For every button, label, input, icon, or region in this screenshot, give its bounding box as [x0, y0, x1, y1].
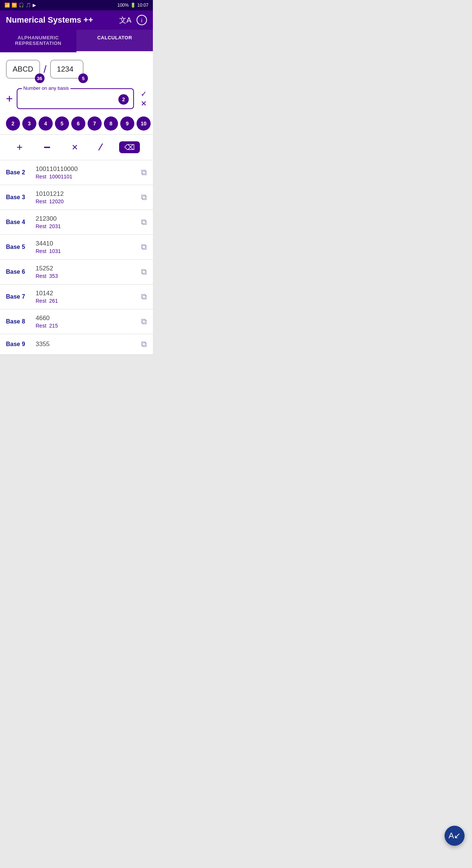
base-pill-6[interactable]: 6: [71, 116, 85, 131]
base-pill-3[interactable]: 3: [22, 116, 36, 131]
result-values-3: 10101212 Rest 12020: [36, 190, 137, 204]
copy-button-8[interactable]: ⧉: [141, 317, 147, 326]
translate-icon[interactable]: 文A: [119, 15, 131, 25]
base-pill-5[interactable]: 5: [55, 116, 69, 131]
basis-row: + Number on any basis 2 ✓ ✕: [0, 82, 153, 113]
result-base7: Base 7 10142 Rest 261 ⧉: [0, 285, 153, 309]
app-header: Numerical Systems ++ 文A i: [0, 10, 153, 30]
status-left: 📶 🛜 🎧 🎵 ▶: [4, 3, 36, 8]
base-label-6: Base 6: [6, 269, 32, 275]
base-pill-4[interactable]: 4: [39, 116, 53, 131]
headphone-icon: 🎧: [19, 3, 24, 8]
result-rest-2: Rest 10001101: [36, 174, 137, 180]
clock: 10:07: [137, 3, 148, 8]
copy-button-7[interactable]: ⧉: [141, 292, 147, 302]
result-values-4: 212300 Rest 2031: [36, 215, 137, 229]
tab-calculator[interactable]: CALCULATOR: [76, 30, 153, 52]
battery-percent: 100%: [117, 3, 129, 8]
copy-button-3[interactable]: ⧉: [141, 193, 147, 202]
op-sub-button[interactable]: −: [40, 140, 55, 155]
slash-divider: /: [44, 63, 47, 75]
base-pill-8[interactable]: 8: [104, 116, 118, 131]
op-add-button[interactable]: +: [13, 141, 26, 154]
basis-input-wrapper: Number on any basis 2: [17, 88, 134, 109]
base-label-9: Base 9: [6, 341, 32, 348]
base-pill-10[interactable]: 10: [137, 116, 151, 131]
basis-confirm-button[interactable]: ✓: [141, 90, 147, 98]
op-mul-button[interactable]: ×: [68, 141, 81, 154]
operator-row: + − × / ⌫: [0, 135, 153, 160]
result-main-7: 10142: [36, 290, 137, 297]
info-icon[interactable]: i: [137, 15, 147, 25]
result-rest-6: Rest 353: [36, 273, 137, 279]
top-input-row: ABCD 36 / 1234 5: [0, 52, 153, 82]
op-div-button[interactable]: /: [94, 139, 107, 155]
basis-input-field[interactable]: [22, 94, 118, 105]
copy-button-9[interactable]: ⧉: [141, 339, 147, 349]
audio-icon: 🎵: [26, 3, 31, 8]
result-main-8: 4660: [36, 315, 137, 322]
left-input-badge: 36: [35, 73, 45, 83]
base-pill-2[interactable]: 2: [6, 116, 20, 131]
basis-cancel-button[interactable]: ✕: [141, 100, 147, 107]
result-main-5: 34410: [36, 240, 137, 247]
tab-bar: ALPHANUMERICREPRESENTATION CALCULATOR: [0, 30, 153, 52]
base-pills: 2 3 4 5 6 7 8 9 10 11 12 …: [0, 113, 153, 134]
result-base9: Base 9 3355 ⧉: [0, 334, 153, 355]
result-values-9: 3355: [36, 341, 137, 348]
result-values-8: 4660 Rest 215: [36, 315, 137, 329]
base-pill-7[interactable]: 7: [88, 116, 102, 131]
status-right: 100% 🔋 10:07: [117, 3, 148, 8]
tab-alphanumeric[interactable]: ALPHANUMERICREPRESENTATION: [0, 30, 76, 52]
basis-badge: 2: [118, 94, 129, 105]
result-main-6: 15252: [36, 265, 137, 272]
basis-label: Number on any basis: [22, 85, 71, 91]
result-rest-3: Rest 12020: [36, 198, 137, 204]
backspace-button[interactable]: ⌫: [119, 141, 140, 153]
basis-input-inner: 2: [22, 94, 129, 105]
result-values-6: 15252 Rest 353: [36, 265, 137, 279]
wifi-icon: 🛜: [12, 3, 17, 8]
base-label-7: Base 7: [6, 293, 32, 300]
result-rest-8: Rest 215: [36, 323, 137, 329]
copy-button-2[interactable]: ⧉: [141, 168, 147, 177]
base-label-2: Base 2: [6, 169, 32, 176]
base-label-3: Base 3: [6, 194, 32, 201]
result-base8: Base 8 4660 Rest 215 ⧉: [0, 309, 153, 334]
copy-button-5[interactable]: ⧉: [141, 242, 147, 252]
main-content: ABCD 36 / 1234 5 + Number on any basis 2…: [0, 52, 153, 355]
result-values-7: 10142 Rest 261: [36, 290, 137, 304]
app-title: Numerical Systems ++: [6, 15, 93, 25]
backspace-icon: ⌫: [124, 144, 135, 151]
result-rest-7: Rest 261: [36, 298, 137, 304]
copy-button-6[interactable]: ⧉: [141, 267, 147, 277]
signal-icon: 📶: [4, 3, 10, 8]
base-label-5: Base 5: [6, 244, 32, 250]
base-label-4: Base 4: [6, 219, 32, 226]
base-pill-9[interactable]: 9: [120, 116, 134, 131]
result-base4: Base 4 212300 Rest 2031 ⧉: [0, 210, 153, 235]
play-icon: ▶: [33, 3, 36, 8]
battery-icon: 🔋: [130, 3, 136, 8]
result-rest-4: Rest 2031: [36, 223, 137, 229]
right-input-badge: 5: [78, 73, 88, 83]
base-label-8: Base 8: [6, 318, 32, 325]
result-main-4: 212300: [36, 215, 137, 223]
results-list: Base 2 100110110000 Rest 10001101 ⧉ Base…: [0, 160, 153, 355]
copy-button-4[interactable]: ⧉: [141, 217, 147, 227]
result-main-9: 3355: [36, 341, 137, 348]
status-bar: 📶 🛜 🎧 🎵 ▶ 100% 🔋 10:07: [0, 0, 153, 10]
right-input-wrapper: 1234 5: [50, 60, 83, 79]
result-main-2: 100110110000: [36, 165, 137, 173]
result-base3: Base 3 10101212 Rest 12020 ⧉: [0, 185, 153, 210]
result-base6: Base 6 15252 Rest 353 ⧉: [0, 260, 153, 285]
left-input-wrapper: ABCD 36: [6, 60, 40, 79]
left-input[interactable]: ABCD: [6, 60, 40, 79]
add-basis-button[interactable]: +: [6, 92, 13, 106]
header-actions: 文A i: [119, 15, 147, 25]
result-main-3: 10101212: [36, 190, 137, 198]
result-values-2: 100110110000 Rest 10001101: [36, 165, 137, 180]
result-base2: Base 2 100110110000 Rest 10001101 ⧉: [0, 160, 153, 185]
result-base5: Base 5 34410 Rest 1031 ⧉: [0, 235, 153, 260]
basis-actions: ✓ ✕: [138, 90, 147, 107]
